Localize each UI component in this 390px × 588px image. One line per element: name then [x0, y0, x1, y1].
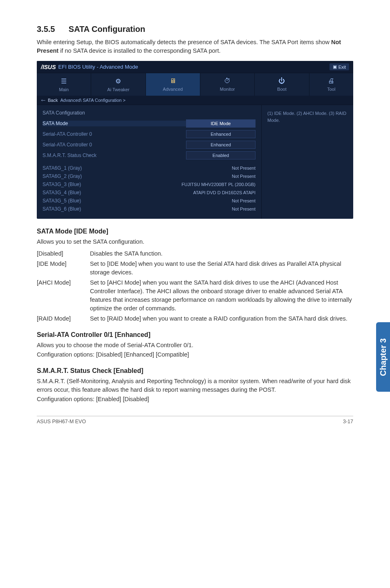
config-value-select[interactable]: Enhanced [186, 130, 256, 138]
breadcrumb: 🡐 Back Advanced\ SATA Configuration > [37, 96, 353, 105]
footer-left: ASUS P8H67-M EVO [37, 419, 86, 424]
config-value-text: Not Present [224, 166, 256, 171]
tab-label: Advanced [163, 87, 183, 92]
bios-body: SATA Configuration SATA ModeIDE ModeSeri… [37, 105, 353, 219]
config-label: SATA3G_4 (Blue) [43, 190, 185, 195]
tab-main[interactable]: ☰ Main [37, 73, 91, 96]
bios-title: EFI BIOS Utility - Advanced Mode [58, 64, 329, 70]
config-label: SATA3G_6 (Blue) [43, 206, 224, 212]
config-label: SATA3G_5 (Blue) [43, 198, 224, 204]
tool-icon: 🖨 [311, 77, 352, 85]
tab-label: Monitor [220, 87, 235, 92]
config-label: SATA Mode [43, 121, 186, 126]
chip-icon: 🖥 [148, 77, 198, 85]
option-key: [Disabled] [37, 249, 90, 258]
bios-panel: /ISUS EFI BIOS Utility - Advanced Mode ▣… [37, 61, 353, 219]
config-value-select[interactable]: IDE Mode [186, 119, 256, 128]
option-row: [AHCI Mode]Set to [AHCI Mode] when you w… [37, 278, 353, 313]
config-value-select[interactable]: Enhanced [186, 141, 256, 149]
config-row: SATA6G_2 (Gray)Not Present [37, 172, 261, 180]
tab-label: Ai Tweaker [107, 87, 129, 92]
smart-line1: S.M.A.R.T. (Self-Monitoring, Analysis an… [37, 377, 353, 394]
bios-settings-list: SATA Configuration SATA ModeIDE ModeSeri… [37, 105, 261, 219]
gear-icon: ⚙ [93, 77, 143, 85]
config-value-text: ATAPI DVD D DH16D2S ATAPI [185, 190, 256, 195]
exit-label: Exit [338, 65, 346, 70]
tab-advanced[interactable]: 🖥 Advanced [146, 73, 200, 96]
back-button[interactable]: Back [48, 98, 58, 103]
config-label: Serial-ATA Controller 0 [43, 131, 186, 137]
option-key: [IDE Mode] [37, 260, 90, 277]
option-value: Disables the SATA function. [90, 249, 353, 258]
option-key: [AHCI Mode] [37, 278, 90, 313]
bios-tabs: ☰ Main ⚙ Ai Tweaker 🖥 Advanced ⏱ Monitor… [37, 73, 353, 96]
power-icon: ⏻ [256, 77, 307, 85]
option-row: [Disabled]Disables the SATA function. [37, 249, 353, 258]
tab-ai-tweaker[interactable]: ⚙ Ai Tweaker [91, 73, 146, 96]
subhead-sata-mode: SATA Mode [IDE Mode] [37, 228, 353, 235]
config-value-select[interactable]: Enabled [186, 151, 256, 159]
config-row: SATA3G_4 (Blue)ATAPI DVD D DH16D2S ATAPI [37, 189, 261, 197]
bios-exit-button[interactable]: ▣ Exit [329, 63, 349, 70]
exit-icon: ▣ [333, 64, 337, 70]
config-label: SATA6G_2 (Gray) [43, 173, 224, 179]
option-value: Set to [IDE Mode] when you want to use t… [90, 260, 353, 277]
sata-mode-lead: Allows you to set the SATA configuration… [37, 238, 353, 246]
bios-help-panel: (1) IDE Mode. (2) AHCI Mode. (3) RAID Mo… [261, 105, 353, 219]
config-label: S.M.A.R.T. Status Check [43, 153, 186, 158]
tab-label: Main [59, 87, 69, 92]
option-value: Set to [AHCI Mode] when you want the SAT… [90, 278, 353, 313]
serial-ata-line1: Allows you to choose the mode of Serial-… [37, 341, 353, 350]
config-value-text: Not Present [224, 174, 256, 179]
tab-label: Boot [277, 87, 287, 92]
config-row[interactable]: SATA ModeIDE Mode [37, 118, 261, 129]
option-value: Set to [RAID Mode] when you want to crea… [90, 314, 353, 323]
bios-titlebar: /ISUS EFI BIOS Utility - Advanced Mode ▣… [37, 61, 353, 73]
section-intro: While entering Setup, the BIOS automatic… [37, 38, 353, 55]
tab-label: Tool [327, 87, 335, 92]
config-label: SATA6G_1 (Gray) [43, 165, 224, 171]
serial-ata-line2: Configuration options: [Disabled] [Enhan… [37, 350, 353, 359]
config-row: SATA3G_3 (Blue)FUJITSU MHV2200BT PL (200… [37, 180, 261, 189]
config-label: Serial-ATA Controller 0 [43, 142, 186, 148]
option-key: [RAID Mode] [37, 314, 90, 323]
section-heading: 3.5.5 SATA Configuration [37, 25, 353, 34]
page-footer: ASUS P8H67-M EVO 3-17 [37, 416, 353, 424]
help-text: (1) IDE Mode. (2) AHCI Mode. (3) RAID Mo… [267, 111, 346, 123]
section-number: 3.5.5 [37, 25, 55, 34]
list-icon: ☰ [38, 77, 89, 85]
config-value-text: FUJITSU MHV2200BT PL (200.0GB) [173, 182, 256, 187]
config-row[interactable]: S.M.A.R.T. Status CheckEnabled [37, 150, 261, 161]
intro-bold: Not Present [37, 39, 341, 54]
chapter-side-tab: Chapter 3 [376, 322, 390, 392]
config-row[interactable]: Serial-ATA Controller 0Enhanced [37, 129, 261, 139]
config-row: SATA6G_1 (Gray)Not Present [37, 164, 261, 172]
config-value-text: Not Present [224, 206, 256, 211]
bios-logo: /ISUS [41, 64, 56, 70]
config-row: SATA3G_6 (Blue)Not Present [37, 205, 261, 213]
config-row: SATA3G_5 (Blue)Not Present [37, 197, 261, 205]
option-row: [IDE Mode]Set to [IDE Mode] when you wan… [37, 260, 353, 277]
back-arrow-icon[interactable]: 🡐 [41, 98, 45, 103]
footer-right: 3-17 [343, 419, 353, 424]
gauge-icon: ⏱ [202, 77, 253, 85]
option-row: [RAID Mode]Set to [RAID Mode] when you w… [37, 314, 353, 323]
tab-tool[interactable]: 🖨 Tool [309, 73, 353, 96]
config-section-header: SATA Configuration [37, 108, 261, 118]
config-value-text: Not Present [224, 198, 256, 203]
section-title: SATA Configuration [69, 25, 145, 34]
config-row[interactable]: Serial-ATA Controller 0Enhanced [37, 139, 261, 150]
chapter-side-tab-label: Chapter 3 [379, 338, 388, 376]
subhead-smart-status: S.M.A.R.T. Status Check [Enabled] [37, 367, 353, 375]
tab-boot[interactable]: ⏻ Boot [255, 73, 309, 96]
tab-monitor[interactable]: ⏱ Monitor [200, 73, 255, 96]
smart-line2: Configuration options: [Enabled] [Disabl… [37, 395, 353, 404]
config-label: SATA3G_3 (Blue) [43, 182, 173, 187]
subhead-serial-ata-controller: Serial-ATA Controller 0/1 [Enhanced] [37, 331, 353, 339]
breadcrumb-path: Advanced\ SATA Configuration > [60, 98, 126, 103]
